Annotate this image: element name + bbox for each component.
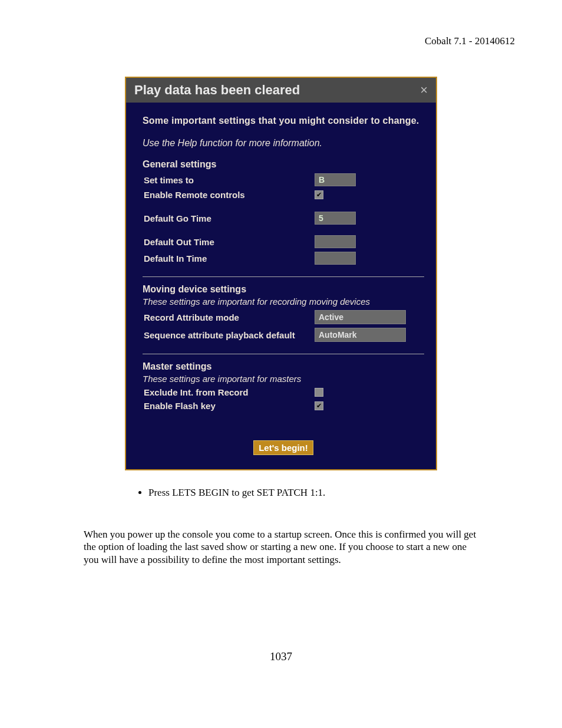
default-go-field[interactable]: 5 [315,212,356,225]
dialog-title: Play data has been cleared [134,83,300,98]
exclude-int-label: Exclude Int. from Record [143,387,315,397]
default-in-label: Default In Time [143,253,315,263]
seq-playback-field[interactable]: AutoMark [315,328,406,342]
page-number: 1037 [0,650,562,663]
enable-remote-label: Enable Remote controls [143,190,315,200]
general-section: General settings Set times to B Enable R… [143,159,424,265]
master-section: Master settings These settings are impor… [143,354,424,411]
close-icon[interactable]: × [418,83,430,98]
row-default-out: Default Out Time [143,235,424,248]
record-attr-field[interactable]: Active [315,310,406,324]
row-default-go: Default Go Time 5 [143,212,424,225]
master-title: Master settings [143,361,424,372]
bullet-item: Press LETS BEGIN to get SET PATCH 1:1. [148,487,437,499]
default-out-field[interactable] [315,235,356,248]
intro-bold: Some important settings that you might c… [143,116,424,126]
bullet-block: Press LETS BEGIN to get SET PATCH 1:1. [125,487,437,499]
master-note: These settings are important for masters [143,374,424,384]
moving-note: These settings are important for recordi… [143,297,424,307]
moving-section: Moving device settings These settings ar… [143,276,424,342]
record-attr-label: Record Attribute mode [143,312,315,322]
row-enable-remote: Enable Remote controls [143,190,424,200]
settings-dialog: Play data has been cleared × Some import… [125,77,437,470]
enable-flash-checkbox[interactable] [315,401,323,410]
default-in-field[interactable] [315,252,356,265]
default-out-label: Default Out Time [143,237,315,247]
seq-playback-label: Sequence attribute playback default [143,330,315,340]
dialog-titlebar: Play data has been cleared × [126,78,436,103]
default-go-label: Default Go Time [143,213,315,223]
exclude-int-checkbox[interactable] [315,388,323,397]
lets-begin-button[interactable]: Let's begin! [253,440,313,455]
set-times-field[interactable]: B [315,173,356,186]
general-title: General settings [143,159,424,170]
row-exclude-int: Exclude Int. from Record [143,387,424,397]
begin-wrap: Let's begin! [143,440,424,455]
row-seq-playback: Sequence attribute playback default Auto… [143,328,424,342]
set-times-label: Set times to [143,175,315,185]
intro-italic: Use the Help function for more informati… [143,138,424,149]
row-record-attr: Record Attribute mode Active [143,310,424,324]
dialog-body: Some important settings that you might c… [126,103,436,469]
row-set-times: Set times to B [143,173,424,186]
enable-flash-label: Enable Flash key [143,401,315,411]
body-paragraph: When you power up the console you come t… [84,528,478,566]
doc-version: Cobalt 7.1 - 20140612 [47,35,515,47]
moving-title: Moving device settings [143,284,424,295]
row-enable-flash: Enable Flash key [143,401,424,411]
row-default-in: Default In Time [143,252,424,265]
enable-remote-checkbox[interactable] [315,190,323,199]
